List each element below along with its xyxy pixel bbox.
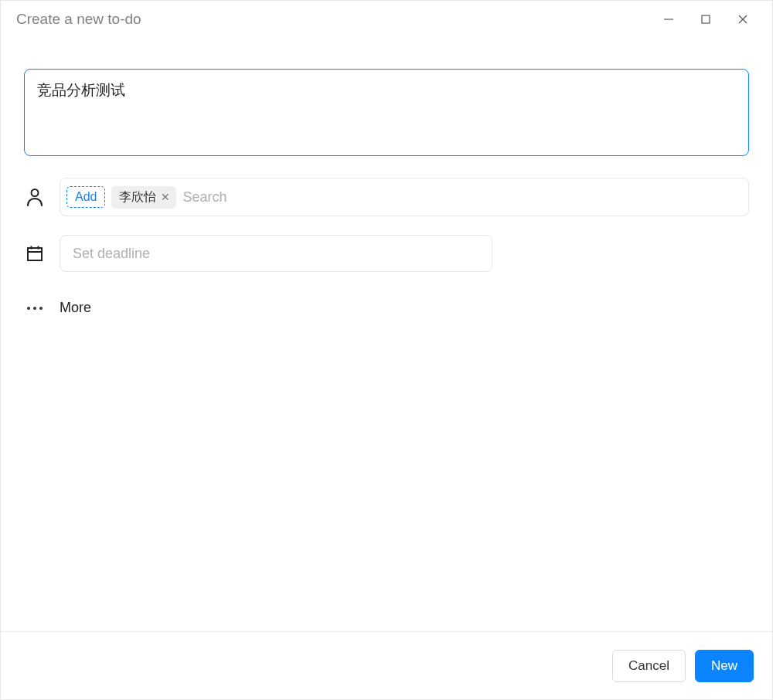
deadline-input[interactable] xyxy=(73,236,479,271)
window-controls xyxy=(650,7,761,32)
more-label: More xyxy=(60,300,91,316)
minimize-icon xyxy=(663,14,674,25)
svg-rect-1 xyxy=(702,15,710,23)
more-icon xyxy=(24,307,46,310)
calendar-icon xyxy=(24,245,46,262)
maximize-icon xyxy=(700,14,711,25)
add-assignee-button[interactable]: Add xyxy=(66,186,105,208)
create-todo-window: Create a new to-do Add xyxy=(0,0,773,700)
remove-assignee-button[interactable]: ✕ xyxy=(161,192,170,202)
deadline-row xyxy=(24,235,749,272)
person-icon xyxy=(24,188,46,206)
assignee-field[interactable]: Add 李欣怡 ✕ xyxy=(60,178,749,216)
close-icon xyxy=(737,14,748,25)
minimize-button[interactable] xyxy=(650,7,687,32)
assignee-row: Add 李欣怡 ✕ xyxy=(24,178,749,216)
close-button[interactable] xyxy=(724,7,761,32)
assignee-search-input[interactable] xyxy=(182,178,742,216)
new-button[interactable]: New xyxy=(695,650,754,682)
window-title: Create a new to-do xyxy=(16,11,650,28)
footer: Cancel New xyxy=(1,631,772,699)
maximize-button[interactable] xyxy=(687,7,724,32)
deadline-field[interactable] xyxy=(60,235,492,272)
assignee-chip-name: 李欣怡 xyxy=(119,189,156,206)
todo-title-input[interactable] xyxy=(24,69,749,156)
cancel-button[interactable]: Cancel xyxy=(612,650,686,682)
titlebar: Create a new to-do xyxy=(1,1,772,38)
assignee-chip: 李欣怡 ✕ xyxy=(111,186,176,209)
svg-point-4 xyxy=(32,189,39,196)
svg-rect-5 xyxy=(28,248,42,260)
form-body: Add 李欣怡 ✕ xyxy=(1,38,772,631)
more-button[interactable]: More xyxy=(24,300,749,316)
